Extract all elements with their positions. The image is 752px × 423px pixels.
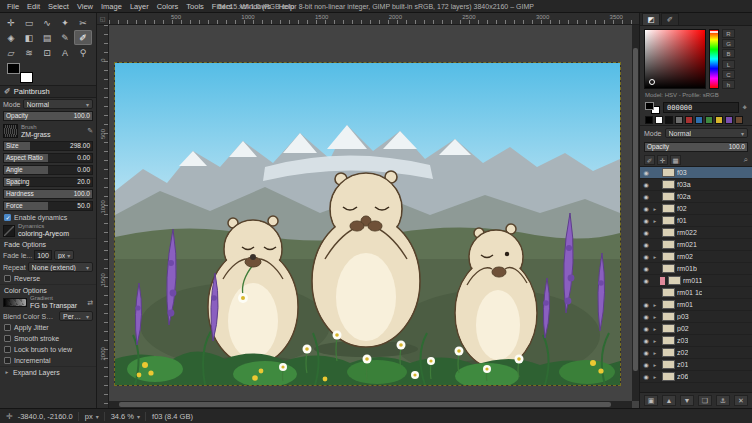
channel-button[interactable]: L	[722, 60, 735, 69]
fade-unit-select[interactable]: px ▾	[54, 250, 74, 260]
visibility-toggle[interactable]: ◉	[642, 217, 650, 224]
menu-item[interactable]: File	[3, 0, 23, 13]
layer-row[interactable]: ◉ f02a	[640, 191, 752, 203]
layer-thumbnail[interactable]	[662, 360, 675, 369]
tool-button[interactable]: ◧	[20, 30, 38, 45]
layer-row[interactable]: ◉ ▸ z03	[640, 335, 752, 347]
layer-mode-select[interactable]: Normal ▾	[665, 128, 748, 138]
layer-row[interactable]: ◉ ▸ z01	[640, 359, 752, 371]
option-slider[interactable]: Aspect Ratio 0.00	[3, 153, 93, 163]
visibility-toggle[interactable]: ◉	[642, 277, 650, 284]
layers-action-button[interactable]: ❏	[698, 395, 712, 406]
option-checkbox[interactable]: Incremental	[0, 355, 96, 366]
visibility-toggle[interactable]: ◉	[642, 349, 650, 356]
tool-button[interactable]: ✂	[74, 15, 92, 30]
layer-thumbnail[interactable]	[662, 168, 675, 177]
layer-thumbnail[interactable]	[662, 324, 675, 333]
visibility-toggle[interactable]: ◉	[642, 313, 650, 320]
color-swatch[interactable]	[725, 116, 733, 124]
horizontal-scrollbar[interactable]	[109, 401, 632, 408]
fg-bg-colors[interactable]	[7, 63, 33, 83]
opacity-slider[interactable]: Opacity 100.0	[3, 111, 93, 121]
layer-row[interactable]: ◉ ▸ f02	[640, 203, 752, 215]
layer-thumbnail[interactable]	[662, 252, 675, 261]
color-swatch[interactable]	[645, 116, 653, 124]
menu-item[interactable]: Image	[97, 0, 126, 13]
layer-thumbnail[interactable]	[662, 180, 675, 189]
tool-button[interactable]: ≋	[20, 45, 38, 60]
enable-dynamics-checkbox[interactable]: Enable dynamics	[0, 212, 96, 223]
ruler-corner[interactable]: ◱	[97, 13, 109, 25]
expand-layers-section[interactable]: ▸ Expand Layers	[0, 366, 96, 377]
horizontal-ruler[interactable]: 500100015002000250030003500	[109, 13, 639, 25]
expander-icon[interactable]: ▸	[652, 314, 658, 320]
background-color-swatch[interactable]	[20, 72, 33, 83]
tool-button[interactable]: ∿	[38, 15, 56, 30]
option-checkbox[interactable]: Apply Jitter	[0, 322, 96, 333]
layer-row[interactable]: ◉ f03a	[640, 179, 752, 191]
layer-row[interactable]: ◉ ▸ p03	[640, 311, 752, 323]
expander-icon[interactable]: ▸	[652, 206, 658, 212]
canvas-viewport[interactable]	[109, 25, 632, 401]
mode-select[interactable]: Normal ▾	[23, 99, 93, 109]
layers-action-button[interactable]: ⚓	[716, 395, 730, 406]
flip-gradient-icon[interactable]: ⇄	[87, 299, 93, 307]
dock-tab[interactable]: ✐	[661, 13, 679, 25]
eyedropper-icon[interactable]: ⌖	[742, 103, 747, 113]
expander-icon[interactable]: ▸	[652, 326, 658, 332]
channel-button[interactable]: B	[722, 49, 735, 58]
color-swatch[interactable]	[675, 116, 683, 124]
expander-icon[interactable]: ▸	[652, 338, 658, 344]
visibility-toggle[interactable]: ◉	[642, 205, 650, 212]
layer-row[interactable]: rm01 1c	[640, 287, 752, 299]
channel-button[interactable]: h	[722, 80, 735, 89]
layers-action-button[interactable]: ✕	[734, 395, 748, 406]
layer-row[interactable]: ◉ rm01b	[640, 263, 752, 275]
scrollbar-thumb[interactable]	[633, 48, 638, 371]
tool-button[interactable]: ⚲	[74, 45, 92, 60]
layer-thumbnail[interactable]	[662, 288, 675, 297]
layer-opacity-slider[interactable]: Opacity 100.0	[644, 142, 748, 152]
color-swatch[interactable]	[685, 116, 693, 124]
fg-bg-mini[interactable]	[645, 102, 660, 114]
channel-button[interactable]: G	[722, 39, 735, 48]
layer-row[interactable]: ◉ ▸ p02	[640, 323, 752, 335]
layer-thumbnail[interactable]	[662, 372, 675, 381]
option-checkbox[interactable]: Lock brush to view	[0, 344, 96, 355]
expander-icon[interactable]: ▸	[652, 302, 658, 308]
layer-thumbnail[interactable]	[662, 216, 675, 225]
tool-button[interactable]: ▤	[38, 30, 56, 45]
visibility-toggle[interactable]: ◉	[642, 325, 650, 332]
tool-button[interactable]: ◈	[2, 30, 20, 45]
layer-row[interactable]: ◉ rm011	[640, 275, 752, 287]
layers-action-button[interactable]: ▲	[662, 395, 676, 406]
scrollbar-thumb[interactable]	[119, 402, 611, 407]
color-swatch[interactable]	[735, 116, 743, 124]
edit-brush-icon[interactable]: ✎	[87, 127, 93, 135]
fade-options-section[interactable]: Fade Options	[0, 238, 96, 249]
menu-item[interactable]: Edit	[23, 0, 44, 13]
menu-item[interactable]: Select	[44, 0, 73, 13]
layer-thumbnail[interactable]	[662, 192, 675, 201]
expander-icon[interactable]: ▸	[652, 218, 658, 224]
layers-action-button[interactable]: ▣	[644, 395, 658, 406]
unit-select[interactable]: px ▾	[78, 412, 99, 421]
visibility-toggle[interactable]: ◉	[642, 301, 650, 308]
lock-button[interactable]: ✐	[644, 155, 655, 165]
visibility-toggle[interactable]: ◉	[642, 193, 650, 200]
visibility-toggle[interactable]: ◉	[642, 229, 650, 236]
option-slider[interactable]: Spacing 20.0	[3, 177, 93, 187]
channel-button[interactable]: C	[722, 70, 735, 79]
tool-button[interactable]: A	[56, 45, 74, 60]
vertical-scrollbar[interactable]	[632, 25, 639, 401]
gradient-thumbnail[interactable]	[3, 298, 27, 307]
color-swatch[interactable]	[715, 116, 723, 124]
option-slider[interactable]: Hardness 100.0	[3, 189, 93, 199]
lock-button[interactable]: ✛	[657, 155, 668, 165]
tool-button[interactable]: ✎	[56, 30, 74, 45]
option-slider[interactable]: Size 298.00	[3, 141, 93, 151]
hue-marker[interactable]	[710, 31, 718, 33]
layer-row[interactable]: ◉ ▸ z06	[640, 371, 752, 383]
visibility-toggle[interactable]: ◉	[642, 337, 650, 344]
visibility-toggle[interactable]: ◉	[642, 253, 650, 260]
